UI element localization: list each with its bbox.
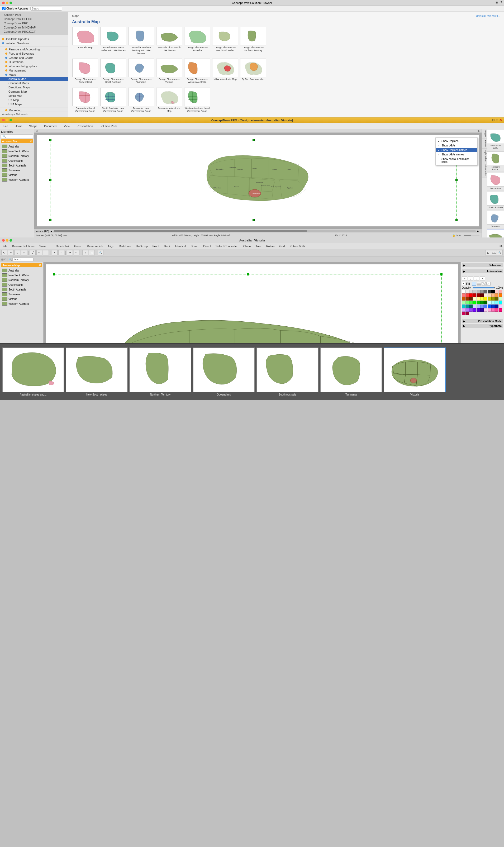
menu2-browse[interactable]: Browse Solutions xyxy=(11,244,36,248)
menu2-distribute[interactable]: Distribute xyxy=(118,244,132,248)
lib3-vic[interactable]: Victoria xyxy=(1,296,42,301)
pro2-maximize[interactable] xyxy=(10,239,12,242)
menu2-file[interactable]: File xyxy=(1,244,9,248)
color-swatch[interactable] xyxy=(488,297,491,301)
color-swatch[interactable] xyxy=(484,290,487,293)
menu2-rulers[interactable]: Rulers xyxy=(265,244,276,248)
lib3-nsw[interactable]: New South Wales xyxy=(1,273,42,277)
ctx-show-regions-names[interactable]: ✓ Show Regions names xyxy=(436,148,478,152)
thumb-de-nsw[interactable]: Design Elements — New South Wales xyxy=(212,27,238,55)
color-swatch[interactable] xyxy=(499,301,502,304)
color-swatch[interactable] xyxy=(495,293,499,297)
sidebar-item-marketing[interactable]: Marketing xyxy=(0,108,68,112)
color-swatch[interactable] xyxy=(480,293,484,297)
color-swatch[interactable] xyxy=(466,312,469,315)
vtab-pages[interactable]: Pages xyxy=(482,129,487,139)
menu-presentation[interactable]: Presentation xyxy=(75,124,94,128)
lib-item-nt[interactable]: Northern Territory xyxy=(1,154,33,158)
lib-search-input[interactable] xyxy=(1,134,33,138)
vtab-information[interactable]: Information xyxy=(482,163,487,178)
thumb-de-wa[interactable]: Design Elements — Western Australia xyxy=(184,58,210,84)
color-swatch[interactable] xyxy=(473,301,476,304)
color-swatch[interactable] xyxy=(491,301,495,304)
color-swatch[interactable] xyxy=(469,293,473,297)
color-swatch[interactable] xyxy=(462,293,465,297)
pro1-btn2[interactable]: ⊞ xyxy=(496,118,498,122)
sidebar-item-germany[interactable]: Germany Map xyxy=(0,89,68,94)
sidebar-item-australia-map[interactable]: Australia Map xyxy=(0,77,68,81)
zoom-fit[interactable]: ⊡ xyxy=(485,250,491,255)
handle-tl[interactable] xyxy=(49,139,52,141)
color-swatch[interactable] xyxy=(462,305,465,308)
lib-item-qld[interactable]: Queensland xyxy=(1,158,33,163)
color-swatch[interactable] xyxy=(488,290,491,293)
window-icon[interactable]: ⊞ xyxy=(496,1,498,4)
lib3-nt[interactable]: Northern Territory xyxy=(1,277,42,282)
color-swatch[interactable] xyxy=(466,305,469,308)
strip-qld[interactable]: Queensland xyxy=(193,347,255,396)
handle-bc[interactable] xyxy=(253,219,255,221)
pro1-maximize[interactable] xyxy=(10,119,12,121)
color-swatch[interactable] xyxy=(469,305,473,308)
thumb-de-tas[interactable]: Design Elements — Tasmania xyxy=(128,58,155,84)
search-input[interactable] xyxy=(30,6,62,11)
menu2-align[interactable]: Align xyxy=(106,244,115,248)
fill-pattern-btn[interactable] xyxy=(482,282,486,286)
color-swatch[interactable] xyxy=(480,290,484,293)
tool-redo[interactable]: ↪ xyxy=(74,250,79,255)
menu-view[interactable]: View xyxy=(62,124,72,128)
lib2-search[interactable] xyxy=(13,257,34,261)
tool-connector[interactable]: ⤳ xyxy=(36,250,42,255)
fill-icon-bucket[interactable]: ⊙ xyxy=(468,276,473,281)
menu-solution-park[interactable]: Solution Park xyxy=(98,124,118,128)
ctx-show-cities[interactable]: Show capital and major cities xyxy=(436,157,478,164)
menu-home[interactable]: Home xyxy=(14,124,24,128)
page-sa[interactable]: South Australia xyxy=(487,191,504,210)
fill-none-btn[interactable]: □ xyxy=(486,282,490,286)
menu2-select[interactable]: Select Connected xyxy=(214,244,240,248)
menu2-chain[interactable]: Chain xyxy=(242,244,252,248)
strip-all-states[interactable]: Australian states and... xyxy=(2,347,64,396)
thumb-de-nt[interactable]: Design Elements — Northern Territory xyxy=(240,27,266,55)
tool-pencil[interactable]: ✏ xyxy=(8,250,14,255)
color-swatch[interactable] xyxy=(495,305,499,308)
strip-vic[interactable]: Victoria xyxy=(384,347,446,396)
menu2-ungroup[interactable]: UnGroup xyxy=(134,244,149,248)
color-swatch[interactable] xyxy=(488,293,491,297)
pro1-hscrollbar[interactable]: Victoria (7/8) ◀ ▶ xyxy=(34,229,482,233)
color-swatch[interactable] xyxy=(476,290,480,293)
fill-icon-pen[interactable]: ✏ xyxy=(462,276,467,281)
tool-paste[interactable]: 📋 xyxy=(89,250,95,255)
sidebar-item-infographics[interactable]: What are Infographics xyxy=(0,64,68,68)
color-swatch[interactable] xyxy=(476,305,480,308)
pro1-canvas[interactable]: The Mallee Wimmera Goulburn xyxy=(37,136,479,227)
sidebar-item-mindmap[interactable]: ConceptDraw MINDMAP xyxy=(2,25,66,30)
zoom-actual[interactable]: 1:1 xyxy=(491,250,497,255)
color-swatch[interactable] xyxy=(473,305,476,308)
thumb-vic[interactable]: Australia Victoria with LGA Names xyxy=(156,27,182,55)
menu2-reverse[interactable]: Reverse link xyxy=(86,244,105,248)
tool-copy[interactable]: ⎘ xyxy=(82,250,88,255)
color-swatch[interactable] xyxy=(466,308,469,312)
lib-item-wa[interactable]: Western Australia xyxy=(1,177,33,182)
color-swatch[interactable] xyxy=(484,293,487,297)
sel-h-tr[interactable] xyxy=(440,273,443,275)
lib3-qld[interactable]: Queensland xyxy=(1,282,42,287)
sidebar-item-pro[interactable]: ConceptDraw PRO xyxy=(2,21,66,25)
fill-solid-btn[interactable] xyxy=(472,282,476,286)
color-swatch[interactable] xyxy=(495,301,499,304)
lib-item-nsw[interactable]: New South Wales xyxy=(1,149,33,154)
color-swatch[interactable] xyxy=(491,293,495,297)
menu2-back[interactable]: Back xyxy=(163,244,172,248)
ctx-show-regions[interactable]: ✓ Show Regions xyxy=(436,139,478,143)
menu2-identical[interactable]: Identical xyxy=(174,244,187,248)
lib-item-tas[interactable]: Tasmania xyxy=(1,168,33,173)
tool-undo[interactable]: ↩ xyxy=(67,250,73,255)
tool-ellipse[interactable]: ○ xyxy=(21,250,27,255)
fill-icon-rect[interactable]: □ xyxy=(474,276,479,281)
sidebar-item-graphs[interactable]: Graphs and Charts xyxy=(0,56,68,60)
sidebar-item-installed[interactable]: Installed Solutions xyxy=(0,41,68,46)
color-swatch[interactable] xyxy=(499,305,502,308)
color-swatch[interactable] xyxy=(469,297,473,301)
menu2-grid[interactable]: Grid xyxy=(278,244,286,248)
